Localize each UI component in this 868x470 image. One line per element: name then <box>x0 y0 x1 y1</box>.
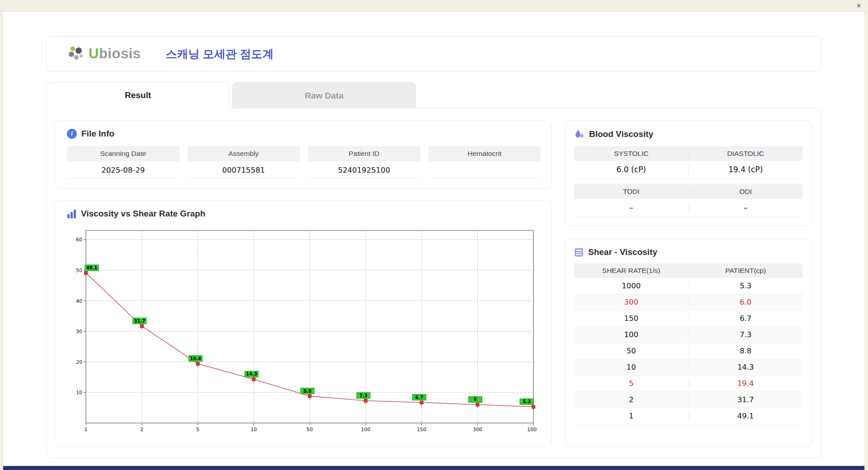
table-row: 100 7.3 <box>574 327 802 343</box>
bar-chart-icon <box>67 210 76 218</box>
shear-rate-cell: 100 <box>574 330 689 339</box>
shear-rate-cell: 10 <box>574 363 689 371</box>
tab-raw-data[interactable]: Raw Data <box>232 82 416 108</box>
svg-text:31.7: 31.7 <box>134 319 145 324</box>
patient-cell: 14.3 <box>689 363 803 371</box>
field-value: 52401925100 <box>308 161 420 179</box>
point-label: 6.7 <box>413 395 426 400</box>
field-label: Hematocrit <box>429 146 541 161</box>
shear-rate-cell: 1000 <box>574 282 689 290</box>
data-point <box>364 399 367 402</box>
field-label: Patient ID <box>308 146 420 161</box>
data-point <box>420 401 423 404</box>
app-title: 스캐닝 모세관 점도계 <box>165 47 274 61</box>
bv-label-todi: TODI <box>574 188 689 196</box>
svg-text:6.7: 6.7 <box>415 395 424 400</box>
data-point <box>476 403 479 406</box>
file-info-fields: Scanning Date 2025-08-29 Assembly 000715… <box>67 146 541 179</box>
result-panel: i File Info Scanning Date 2025-08-29 Ass… <box>46 108 821 458</box>
patient-cell: 6.7 <box>689 314 803 323</box>
data-point <box>140 324 143 328</box>
field-value: 000715581 <box>188 161 300 179</box>
blood-viscosity-title: Blood Viscosity <box>589 129 653 139</box>
shear-rate-cell: 50 <box>574 347 689 355</box>
patient-cell: 8.8 <box>689 347 803 355</box>
field-assembly: Assembly 000715581 <box>188 146 300 179</box>
info-icon: i <box>67 129 77 139</box>
window-titlebar: × <box>0 0 868 12</box>
chart-area: 1020304050601251050100150300100049.131.7… <box>67 225 541 439</box>
point-label: 49.1 <box>85 265 99 271</box>
logo-text: Ubiosis <box>89 46 141 62</box>
point-label: 19.4 <box>189 356 203 362</box>
svg-text:300: 300 <box>473 427 482 432</box>
file-info-card: i File Info Scanning Date 2025-08-29 Ass… <box>56 120 552 189</box>
point-label: 7.3 <box>357 393 370 399</box>
table-row: 2 31.7 <box>574 392 802 408</box>
sv-col-shear-rate: SHEAR RATE(1/s) <box>574 267 689 275</box>
table-row: 50 8.8 <box>574 343 802 359</box>
table-row: 300 6.0 <box>574 294 802 310</box>
table-row: 5 19.4 <box>574 376 802 392</box>
tab-bar: Result Raw Data <box>46 82 821 108</box>
point-label: 14.3 <box>245 371 258 377</box>
svg-text:20: 20 <box>76 359 82 365</box>
logo-cluster-icon <box>67 45 86 62</box>
field-patient-id: Patient ID 52401925100 <box>308 146 420 179</box>
patient-cell: 6.0 <box>689 298 803 306</box>
svg-text:1: 1 <box>85 427 88 432</box>
svg-text:40: 40 <box>76 298 82 304</box>
table-row: 1000 5.3 <box>574 278 802 294</box>
field-label: Scanning Date <box>67 146 179 161</box>
svg-text:2: 2 <box>140 427 143 432</box>
viscosity-chart: 1020304050601251050100150300100049.131.7… <box>67 225 537 437</box>
bv-label-diastolic: DIASTOLIC <box>689 150 803 158</box>
bv-value-odi: – <box>689 203 803 212</box>
field-hematocrit: Hematocrit <box>429 146 541 179</box>
bv-value-row: – – <box>574 199 802 216</box>
table-row: 10 14.3 <box>574 359 802 376</box>
svg-text:1000: 1000 <box>527 427 537 432</box>
patient-cell: 19.4 <box>689 379 803 388</box>
shear-rate-cell: 1 <box>574 412 689 420</box>
bv-label-odi: ODI <box>689 188 803 196</box>
svg-text:49.1: 49.1 <box>86 265 98 270</box>
field-value: 2025-08-29 <box>67 161 179 179</box>
sv-col-patient: PATIENT(cp) <box>689 267 803 275</box>
shear-rate-cell: 150 <box>574 314 689 323</box>
data-point <box>308 395 311 398</box>
table-row: 1 49.1 <box>574 408 802 424</box>
patient-cell: 49.1 <box>689 412 803 420</box>
shear-viscosity-title: Shear - Viscosity <box>588 247 657 257</box>
svg-text:19.4: 19.4 <box>190 356 201 361</box>
bv-label-systolic: SYSTOLIC <box>574 150 689 158</box>
droplet-icon <box>574 129 585 139</box>
svg-text:7.3: 7.3 <box>359 393 368 398</box>
bv-value-row: 6.0 (cP) 19.4 (cP) <box>574 161 802 179</box>
viscosity-graph-card: Viscosity vs Shear Rate Graph 1020304050… <box>56 200 552 447</box>
bv-header-row: SYSTOLIC DIASTOLIC <box>574 146 802 161</box>
shear-viscosity-card: Shear - Viscosity SHEAR RATE(1/s) PATIEN… <box>565 239 812 447</box>
tab-result[interactable]: Result <box>46 82 230 108</box>
graph-title: Viscosity vs Shear Rate Graph <box>81 209 205 219</box>
table-icon <box>574 248 584 257</box>
bottom-status-bar <box>3 466 864 470</box>
patient-cell: 7.3 <box>689 330 803 339</box>
close-icon[interactable]: × <box>857 1 861 10</box>
data-point <box>196 362 199 365</box>
patient-cell: 5.3 <box>689 282 803 290</box>
shear-rate-cell: 2 <box>574 395 689 404</box>
svg-text:100: 100 <box>361 427 370 432</box>
svg-text:150: 150 <box>417 427 426 432</box>
table-row: 150 6.7 <box>574 310 802 327</box>
svg-text:50: 50 <box>307 427 313 432</box>
point-label: 31.7 <box>133 318 146 324</box>
point-label: 6 <box>468 396 482 402</box>
svg-text:6: 6 <box>474 397 477 402</box>
app-window: Ubiosis 스캐닝 모세관 점도계 Result Raw Data i Fi… <box>3 12 864 470</box>
svg-text:60: 60 <box>76 237 82 243</box>
data-point <box>252 378 255 381</box>
point-label: 5.3 <box>520 399 533 404</box>
point-label: 8.8 <box>301 388 314 394</box>
file-info-title: File Info <box>81 129 114 139</box>
